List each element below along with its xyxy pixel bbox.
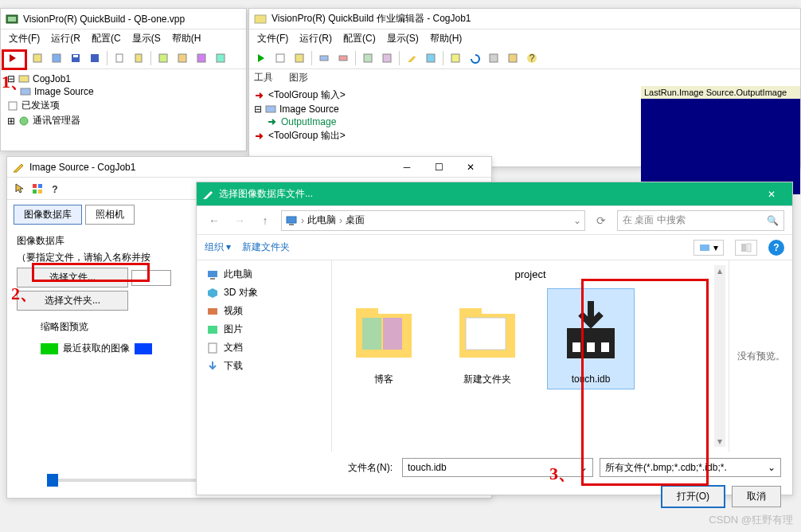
sidebar-item-docs[interactable]: 文档: [200, 338, 328, 357]
tree-node-cogjob[interactable]: ⊟ CogJob1: [7, 72, 240, 85]
minimize-button[interactable]: ─: [391, 157, 423, 178]
expand-icon[interactable]: ⊟: [254, 104, 262, 115]
help-button[interactable]: ?: [768, 240, 784, 256]
annotation-number-1: 1、: [2, 70, 28, 94]
menu-view[interactable]: 显示(S): [382, 30, 424, 47]
toolbar-btn-7[interactable]: [130, 49, 147, 67]
toolbar-btn-5[interactable]: [86, 49, 104, 67]
save-button[interactable]: [67, 49, 84, 67]
up-button[interactable]: ↑: [256, 211, 275, 230]
breadcrumb[interactable]: › 此电脑 › 桌面 ⌄: [281, 210, 585, 231]
sidebar-item-3d[interactable]: 3D 对象: [200, 284, 328, 302]
toolbar-btn[interactable]: [272, 49, 289, 67]
toolbar-btn[interactable]: [378, 49, 396, 67]
toolbar-btn-10[interactable]: [193, 49, 210, 67]
scrollbar[interactable]: ▴ ▾: [714, 265, 725, 447]
menu-file[interactable]: 文件(F): [4, 30, 45, 47]
new-folder-button[interactable]: 新建文件夹: [242, 241, 290, 254]
menu-run[interactable]: 运行(R): [295, 30, 337, 47]
tools-label: 工具: [254, 71, 273, 84]
run-button[interactable]: [252, 49, 270, 67]
sidebar-item-pictures[interactable]: 图片: [200, 320, 328, 338]
file-path-input[interactable]: [131, 270, 171, 286]
edit-button[interactable]: [403, 49, 420, 67]
toolbar-btn[interactable]: [422, 49, 440, 67]
tree-node-imgsrc[interactable]: ⊟ Image Source: [254, 103, 636, 115]
menu-config[interactable]: 配置(C: [87, 30, 126, 47]
quickbuild-main-window: VisionPro(R) QuickBuild - QB-one.vpp 文件(…: [0, 8, 247, 151]
view-mode-button[interactable]: ▾: [694, 240, 724, 256]
output-icon: [254, 131, 265, 142]
menu-run[interactable]: 运行(R: [46, 30, 85, 47]
run-button[interactable]: [4, 49, 21, 67]
toolbar-btn[interactable]: [334, 49, 352, 67]
toolbar-btn-11[interactable]: [212, 49, 229, 67]
swatch-icon: [41, 343, 58, 354]
svg-text:?: ?: [529, 53, 535, 64]
svg-rect-21: [339, 56, 347, 61]
toolbar-btn-8[interactable]: [154, 49, 172, 67]
dialog-footer: 文件名(N): touch.idb⌄ 所有文件(*.bmp;*.cdb;*.id…: [197, 452, 792, 522]
toolbar-btn[interactable]: [291, 49, 308, 67]
tree-node-posted[interactable]: 已发送项: [7, 98, 240, 113]
crumb-desktop[interactable]: 桌面: [346, 213, 365, 227]
menu-file[interactable]: 文件(F): [252, 30, 293, 47]
tree-node-input[interactable]: <ToolGroup 输入>: [254, 88, 636, 103]
menu-help[interactable]: 帮助(H): [425, 30, 467, 47]
sidebar-item-downloads[interactable]: 下载: [200, 357, 328, 375]
pointer-button[interactable]: [14, 182, 26, 195]
grid-button[interactable]: [31, 182, 44, 195]
dropdown-icon[interactable]: ⌄: [573, 215, 581, 226]
toolbar-btn[interactable]: [485, 49, 502, 67]
menu-view[interactable]: 显示(S: [127, 30, 166, 47]
toolbar-btn[interactable]: [447, 49, 464, 67]
svg-text:?: ?: [52, 184, 57, 195]
toolbar-btn-2[interactable]: [29, 49, 46, 67]
organize-button[interactable]: 组织 ▾: [205, 241, 231, 254]
cancel-button[interactable]: 取消: [732, 486, 781, 507]
refresh-button[interactable]: ⟳: [592, 211, 611, 230]
file-item-touch-idb[interactable]: touch.idb: [547, 288, 635, 389]
toolbar-btn-9[interactable]: [174, 49, 191, 67]
file-item-newfolder[interactable]: 新建文件夹: [443, 288, 531, 389]
toolbar-btn[interactable]: [315, 49, 333, 67]
undo-button[interactable]: [466, 49, 483, 67]
preview-toggle-button[interactable]: [735, 240, 757, 256]
forward-button[interactable]: →: [230, 211, 249, 230]
slider-thumb[interactable]: [47, 474, 58, 487]
search-input[interactable]: 在 桌面 中搜索 🔍: [617, 210, 784, 231]
tree-node-out[interactable]: <ToolGroup 输出>: [254, 128, 636, 143]
file-item-blog[interactable]: 博客: [340, 288, 428, 389]
crumb-pc[interactable]: 此电脑: [307, 213, 336, 227]
help-button[interactable]: ?: [49, 182, 61, 195]
expand-icon[interactable]: ⊞: [7, 115, 15, 127]
toolbar-btn[interactable]: [359, 49, 377, 67]
recent-label: 最近获取的图像: [63, 342, 130, 355]
open-button[interactable]: 打开(O): [661, 485, 725, 508]
tab-camera[interactable]: 照相机: [85, 205, 135, 225]
close-button[interactable]: ✕: [455, 157, 486, 178]
back-button[interactable]: ←: [205, 211, 224, 230]
preview-icon: [740, 242, 752, 253]
sidebar-item-pc[interactable]: 此电脑: [200, 265, 328, 284]
sidebar-label: 图片: [224, 323, 243, 336]
help-button[interactable]: ?: [523, 49, 541, 67]
toolbar-btn[interactable]: [504, 49, 522, 67]
menu-help[interactable]: 帮助(H: [167, 30, 206, 47]
toolbar-btn-6[interactable]: [111, 49, 128, 67]
sidebar-item-videos[interactable]: 视频: [200, 302, 328, 320]
svg-rect-3: [53, 54, 61, 62]
image-preview-pane: [641, 99, 800, 194]
folder-thumb-icon: [451, 294, 523, 366]
tree-node-output[interactable]: OutputImage: [254, 115, 636, 128]
tab-image-db[interactable]: 图像数据库: [14, 205, 82, 225]
close-button[interactable]: ✕: [756, 184, 787, 205]
svg-rect-19: [295, 54, 303, 62]
tree-node-imagesource[interactable]: Image Source: [7, 85, 240, 98]
search-placeholder: 在 桌面 中搜索: [623, 213, 686, 227]
filter-combo[interactable]: 所有文件(*.bmp;*.cdb;*.idb;*.⌄: [600, 458, 781, 477]
menu-config[interactable]: 配置(C): [338, 30, 381, 47]
toolbar-btn-3[interactable]: [48, 49, 65, 67]
tree-node-comm[interactable]: ⊞ 通讯管理器: [7, 113, 240, 128]
maximize-button[interactable]: ☐: [423, 157, 455, 178]
